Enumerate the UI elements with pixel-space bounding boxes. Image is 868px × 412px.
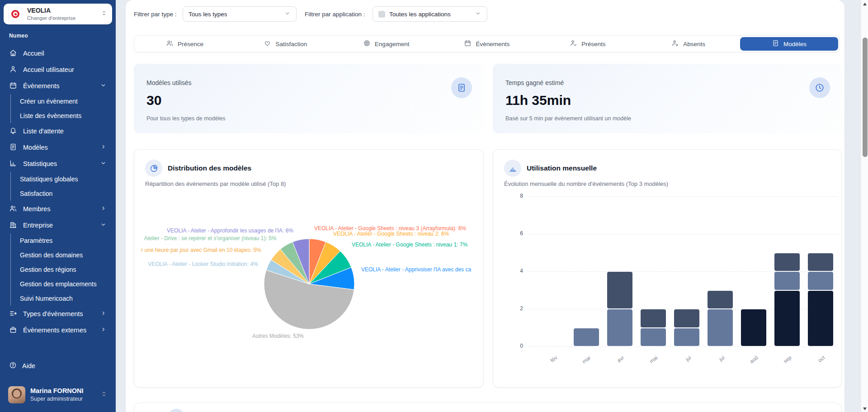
chevron-down-icon bbox=[284, 10, 291, 18]
stat-card-temps-gagne: Temps gagné estimé 11h 35min Basé sur 5 … bbox=[493, 64, 842, 133]
document-icon bbox=[451, 77, 472, 98]
user-name: Marina FORNONI bbox=[30, 387, 95, 395]
tab-bar: PrésenceSatisfactionEngagementÉvènements… bbox=[134, 35, 840, 52]
bar-segment bbox=[674, 309, 699, 327]
chevron-down-icon bbox=[100, 160, 107, 168]
sidebar-item-liste-des-evenements[interactable]: Liste des évènements bbox=[11, 109, 116, 123]
sidebar-item-evenements[interactable]: Évènements bbox=[0, 78, 116, 94]
x-axis-label: sep bbox=[783, 355, 793, 364]
next-section-card bbox=[134, 403, 842, 412]
scrollbar[interactable] bbox=[861, 0, 868, 412]
tab-absents[interactable]: Absents bbox=[639, 37, 737, 51]
bar-segment bbox=[808, 291, 833, 346]
stat-title: Modèles utilisés bbox=[146, 79, 471, 86]
bar-segment bbox=[641, 309, 666, 327]
sidebar-item-gestion-des-regions[interactable]: Gestion des régions bbox=[11, 262, 116, 277]
sidebar-subgroup-evenements: Créer un évènementListe des évènements bbox=[10, 94, 116, 123]
filter-type-select[interactable]: Tous les types bbox=[183, 6, 297, 22]
scrollbar-thumb[interactable] bbox=[863, 38, 868, 157]
tab-evenements[interactable]: Évènements bbox=[438, 37, 536, 51]
bar-segment bbox=[674, 328, 699, 346]
calendar-icon bbox=[464, 39, 472, 48]
sidebar-item-label: Évènements externes bbox=[23, 327, 94, 334]
sidebar-item-statistiques-globales[interactable]: Statistiques globales bbox=[11, 172, 116, 186]
bar-segment bbox=[607, 272, 632, 308]
bar-segment bbox=[774, 272, 800, 290]
tab-presents[interactable]: Présents bbox=[538, 37, 637, 51]
sidebar-item-label: Évènements bbox=[23, 82, 94, 90]
sidebar: VEOLIA Changer d'entreprise Numeo Accuei… bbox=[0, 0, 116, 412]
sidebar-item-label: Statistiques bbox=[23, 160, 94, 167]
company-name: VEOLIA bbox=[27, 7, 96, 15]
tab-satisfaction[interactable]: Satisfaction bbox=[236, 37, 335, 51]
doc-icon bbox=[9, 143, 17, 152]
sidebar-item-statistiques[interactable]: Statistiques bbox=[0, 156, 116, 172]
sidebar-item-accueil[interactable]: Accueil bbox=[0, 45, 116, 62]
sidebar-item-entreprise[interactable]: Entreprise bbox=[0, 217, 116, 233]
box-icon bbox=[9, 326, 17, 335]
sidebar-item-types-d-evenements[interactable]: Types d'évènements bbox=[0, 306, 116, 322]
company-switcher[interactable]: VEOLIA Changer d'entreprise bbox=[4, 4, 112, 24]
sidebar-section-label: Numeo bbox=[9, 33, 28, 39]
chevron-updown-icon bbox=[100, 390, 108, 399]
chevron-right-icon bbox=[100, 205, 107, 213]
pie-chart-card: Distribution des modèles Répartition des… bbox=[134, 149, 484, 388]
sidebar-item-liste-d-attente[interactable]: Liste d'attente bbox=[0, 123, 116, 139]
sidebar-subgroup-entreprise: ParamètresGestion des domainesGestion de… bbox=[10, 233, 116, 306]
sidebar-item-gestion-des-emplacements[interactable]: Gestion des emplacements bbox=[11, 277, 116, 291]
pie-label: VEOLIA - Atelier - Apprivoiser l'IA avec… bbox=[361, 266, 471, 273]
doc-icon bbox=[772, 39, 779, 48]
sidebar-item-membres[interactable]: Membres bbox=[0, 201, 116, 217]
filter-type-label: Filtrer par type : bbox=[134, 11, 177, 18]
sidebar-item-label: Membres bbox=[23, 205, 94, 213]
bar-segment bbox=[808, 272, 833, 290]
sidebar-item-aide[interactable]: Aide bbox=[0, 358, 116, 374]
people-icon bbox=[166, 39, 174, 48]
user-menu[interactable]: Marina FORNONI Super administrateur bbox=[4, 383, 112, 407]
bar-segment bbox=[607, 309, 632, 346]
x-axis-label: jui bbox=[684, 355, 692, 362]
tab-modeles[interactable]: Modèles bbox=[740, 37, 838, 51]
tab-label: Présence bbox=[178, 41, 203, 47]
company-logo bbox=[8, 7, 23, 21]
heart-icon bbox=[264, 39, 271, 48]
pie-chart-area: VEOLIA - Atelier - Approfondir les usage… bbox=[134, 150, 483, 387]
home-icon bbox=[9, 49, 17, 58]
sidebar-item-suivi-numericoach[interactable]: Suivi Numericoach bbox=[11, 291, 116, 306]
x-axis-label: oct bbox=[817, 355, 826, 363]
tab-presence[interactable]: Présence bbox=[136, 37, 234, 51]
sidebar-item-creer-un-evenement[interactable]: Créer un évènement bbox=[11, 94, 116, 109]
chevron-down-icon bbox=[475, 10, 481, 18]
chevron-right-icon bbox=[100, 143, 107, 152]
sidebar-item-parametres[interactable]: Paramètres bbox=[11, 233, 116, 248]
bar-chart-area: 02468févmaravrmaijuijuiaoûsepoct bbox=[493, 150, 841, 387]
bar-segment bbox=[741, 309, 766, 346]
stat-caption: Basé sur 5 min par événement utilisant u… bbox=[505, 115, 829, 122]
types-icon bbox=[9, 309, 17, 319]
stat-caption: Pour tous les types de modèles bbox=[146, 115, 471, 122]
tab-engagement[interactable]: Engagement bbox=[337, 37, 435, 51]
filter-app-select[interactable]: Toutes les applications bbox=[373, 6, 487, 22]
people-icon bbox=[9, 204, 17, 214]
x-axis-label: mar bbox=[581, 355, 592, 365]
pie-label: Autres Modèles: 53% bbox=[252, 333, 304, 339]
company-switch-label: Changer d'entreprise bbox=[27, 15, 96, 21]
help-icon bbox=[9, 361, 17, 370]
y-axis-tick: 4 bbox=[507, 268, 523, 274]
sidebar-item-label: Accueil bbox=[23, 50, 107, 57]
sidebar-item-gestion-des-domaines[interactable]: Gestion des domaines bbox=[11, 248, 116, 262]
x-axis-label: fév bbox=[549, 355, 558, 363]
clock-icon bbox=[809, 77, 830, 98]
sidebar-item-satisfaction[interactable]: Satisfaction bbox=[11, 186, 116, 201]
chevron-updown-icon bbox=[100, 9, 108, 19]
scroll-up-arrow[interactable] bbox=[863, 3, 867, 5]
sidebar-item-accueil-utilisateur[interactable]: Accueil utilisateur bbox=[0, 62, 116, 78]
app-placeholder-icon bbox=[378, 11, 385, 18]
bar-segment bbox=[774, 291, 800, 346]
y-axis-tick: 6 bbox=[507, 230, 523, 237]
sidebar-item-modeles[interactable]: Modèles bbox=[0, 139, 116, 156]
scroll-down-arrow[interactable] bbox=[863, 407, 867, 410]
tab-label: Satisfaction bbox=[275, 41, 307, 47]
sidebar-item-evenements-externes[interactable]: Évènements externes bbox=[0, 322, 116, 338]
filter-app-label: Filtrer par application : bbox=[305, 11, 365, 18]
